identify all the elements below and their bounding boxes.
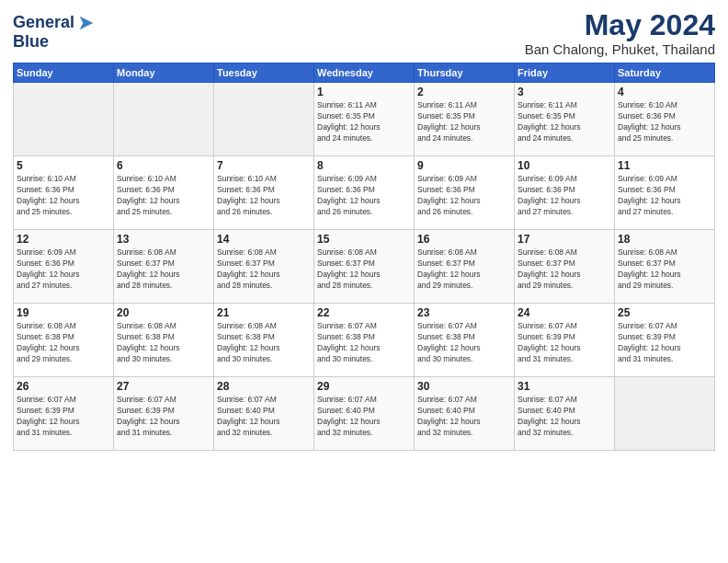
day-number: 3 [518, 86, 611, 98]
day-info: Sunrise: 6:07 AM Sunset: 6:40 PM Dayligh… [317, 395, 411, 439]
day-info: Sunrise: 6:11 AM Sunset: 6:35 PM Dayligh… [317, 100, 411, 144]
day-info: Sunrise: 6:07 AM Sunset: 6:39 PM Dayligh… [518, 321, 611, 365]
calendar-cell [615, 377, 715, 451]
day-info: Sunrise: 6:09 AM Sunset: 6:36 PM Dayligh… [518, 174, 611, 218]
logo-arrow-icon [76, 13, 97, 33]
page-subtitle: Ban Chalong, Phuket, Thailand [525, 41, 715, 57]
calendar-cell: 31Sunrise: 6:07 AM Sunset: 6:40 PM Dayli… [515, 377, 615, 451]
day-info: Sunrise: 6:07 AM Sunset: 6:38 PM Dayligh… [417, 321, 511, 365]
col-tuesday: Tuesday [214, 63, 314, 83]
calendar-cell: 21Sunrise: 6:08 AM Sunset: 6:38 PM Dayli… [214, 304, 314, 377]
calendar-table: Sunday Monday Tuesday Wednesday Thursday… [13, 63, 715, 451]
day-info: Sunrise: 6:09 AM Sunset: 6:36 PM Dayligh… [618, 174, 711, 218]
day-info: Sunrise: 6:10 AM Sunset: 6:36 PM Dayligh… [618, 100, 711, 144]
day-number: 27 [117, 380, 210, 393]
day-info: Sunrise: 6:07 AM Sunset: 6:40 PM Dayligh… [217, 395, 311, 439]
calendar-cell: 27Sunrise: 6:07 AM Sunset: 6:39 PM Dayli… [114, 377, 214, 451]
calendar-cell: 22Sunrise: 6:07 AM Sunset: 6:38 PM Dayli… [314, 304, 415, 377]
day-number: 14 [217, 233, 311, 246]
day-number: 5 [17, 159, 110, 172]
calendar-cell: 5Sunrise: 6:10 AM Sunset: 6:36 PM Daylig… [14, 156, 114, 230]
day-number: 17 [518, 233, 611, 246]
header: General Blue May 2024 Ban Chalong, Phuke… [13, 9, 715, 57]
day-info: Sunrise: 6:07 AM Sunset: 6:39 PM Dayligh… [117, 395, 210, 439]
calendar-cell: 25Sunrise: 6:07 AM Sunset: 6:39 PM Dayli… [615, 304, 715, 377]
day-number: 16 [417, 233, 511, 246]
day-info: Sunrise: 6:08 AM Sunset: 6:37 PM Dayligh… [317, 247, 411, 292]
calendar-cell: 8Sunrise: 6:09 AM Sunset: 6:36 PM Daylig… [314, 156, 415, 230]
calendar-cell: 20Sunrise: 6:08 AM Sunset: 6:38 PM Dayli… [114, 304, 214, 377]
calendar-cell [14, 83, 114, 156]
calendar-cell: 10Sunrise: 6:09 AM Sunset: 6:36 PM Dayli… [515, 156, 615, 230]
day-number: 19 [17, 306, 110, 319]
calendar-cell: 19Sunrise: 6:08 AM Sunset: 6:38 PM Dayli… [14, 304, 114, 377]
day-number: 10 [518, 159, 611, 172]
day-info: Sunrise: 6:11 AM Sunset: 6:35 PM Dayligh… [417, 100, 511, 144]
day-number: 30 [417, 380, 511, 393]
day-info: Sunrise: 6:08 AM Sunset: 6:37 PM Dayligh… [518, 247, 611, 292]
calendar-body: 1Sunrise: 6:11 AM Sunset: 6:35 PM Daylig… [14, 83, 715, 451]
day-number: 11 [618, 159, 711, 172]
day-info: Sunrise: 6:07 AM Sunset: 6:39 PM Dayligh… [618, 321, 711, 365]
col-sunday: Sunday [14, 63, 114, 83]
day-info: Sunrise: 6:08 AM Sunset: 6:38 PM Dayligh… [117, 321, 210, 365]
day-info: Sunrise: 6:08 AM Sunset: 6:37 PM Dayligh… [117, 247, 210, 292]
calendar-week-5: 26Sunrise: 6:07 AM Sunset: 6:39 PM Dayli… [14, 377, 715, 451]
calendar-cell: 3Sunrise: 6:11 AM Sunset: 6:35 PM Daylig… [515, 83, 615, 156]
calendar-week-1: 1Sunrise: 6:11 AM Sunset: 6:35 PM Daylig… [14, 83, 715, 156]
day-info: Sunrise: 6:10 AM Sunset: 6:36 PM Dayligh… [17, 174, 110, 218]
day-number: 2 [417, 86, 511, 98]
svg-marker-0 [80, 17, 94, 30]
calendar-cell: 14Sunrise: 6:08 AM Sunset: 6:37 PM Dayli… [214, 230, 314, 304]
day-number: 26 [17, 380, 110, 393]
col-wednesday: Wednesday [314, 63, 415, 83]
col-thursday: Thursday [415, 63, 515, 83]
day-number: 21 [217, 306, 311, 319]
calendar-cell: 7Sunrise: 6:10 AM Sunset: 6:36 PM Daylig… [214, 156, 314, 230]
calendar-cell: 12Sunrise: 6:09 AM Sunset: 6:36 PM Dayli… [14, 230, 114, 304]
calendar-cell: 11Sunrise: 6:09 AM Sunset: 6:36 PM Dayli… [615, 156, 715, 230]
day-number: 18 [618, 233, 711, 246]
day-number: 8 [317, 159, 411, 172]
day-info: Sunrise: 6:09 AM Sunset: 6:36 PM Dayligh… [417, 174, 511, 218]
calendar-cell: 17Sunrise: 6:08 AM Sunset: 6:37 PM Dayli… [515, 230, 615, 304]
calendar-cell: 29Sunrise: 6:07 AM Sunset: 6:40 PM Dayli… [314, 377, 415, 451]
day-number: 24 [518, 306, 611, 319]
day-number: 31 [518, 380, 611, 393]
logo-text-general: General [13, 14, 74, 32]
calendar-cell: 18Sunrise: 6:08 AM Sunset: 6:37 PM Dayli… [615, 230, 715, 304]
day-number: 4 [618, 86, 711, 98]
calendar-cell [114, 83, 214, 156]
day-number: 1 [317, 86, 411, 98]
calendar-cell: 26Sunrise: 6:07 AM Sunset: 6:39 PM Dayli… [14, 377, 114, 451]
calendar-cell: 28Sunrise: 6:07 AM Sunset: 6:40 PM Dayli… [214, 377, 314, 451]
calendar-header: Sunday Monday Tuesday Wednesday Thursday… [14, 63, 715, 83]
day-info: Sunrise: 6:08 AM Sunset: 6:38 PM Dayligh… [17, 321, 110, 365]
day-info: Sunrise: 6:09 AM Sunset: 6:36 PM Dayligh… [317, 174, 411, 218]
page: General Blue May 2024 Ban Chalong, Phuke… [0, 0, 728, 563]
day-number: 12 [17, 233, 110, 246]
col-saturday: Saturday [615, 63, 715, 83]
calendar-cell: 15Sunrise: 6:08 AM Sunset: 6:37 PM Dayli… [314, 230, 415, 304]
calendar-cell: 23Sunrise: 6:07 AM Sunset: 6:38 PM Dayli… [415, 304, 515, 377]
calendar-week-4: 19Sunrise: 6:08 AM Sunset: 6:38 PM Dayli… [14, 304, 715, 377]
logo-text-blue: Blue [13, 32, 49, 51]
logo: General Blue [13, 13, 97, 52]
day-number: 13 [117, 233, 210, 246]
day-info: Sunrise: 6:07 AM Sunset: 6:39 PM Dayligh… [17, 395, 110, 439]
day-info: Sunrise: 6:08 AM Sunset: 6:37 PM Dayligh… [618, 247, 711, 292]
day-number: 15 [317, 233, 411, 246]
day-number: 9 [417, 159, 511, 172]
day-number: 22 [317, 306, 411, 319]
day-info: Sunrise: 6:08 AM Sunset: 6:37 PM Dayligh… [417, 247, 511, 292]
title-block: May 2024 Ban Chalong, Phuket, Thailand [525, 9, 715, 57]
page-title: May 2024 [525, 9, 715, 41]
calendar-cell: 16Sunrise: 6:08 AM Sunset: 6:37 PM Dayli… [415, 230, 515, 304]
day-number: 23 [417, 306, 511, 319]
calendar-cell: 6Sunrise: 6:10 AM Sunset: 6:36 PM Daylig… [114, 156, 214, 230]
calendar-week-3: 12Sunrise: 6:09 AM Sunset: 6:36 PM Dayli… [14, 230, 715, 304]
calendar-week-2: 5Sunrise: 6:10 AM Sunset: 6:36 PM Daylig… [14, 156, 715, 230]
day-number: 25 [618, 306, 711, 319]
day-info: Sunrise: 6:07 AM Sunset: 6:38 PM Dayligh… [317, 321, 411, 365]
header-row: Sunday Monday Tuesday Wednesday Thursday… [14, 63, 715, 83]
